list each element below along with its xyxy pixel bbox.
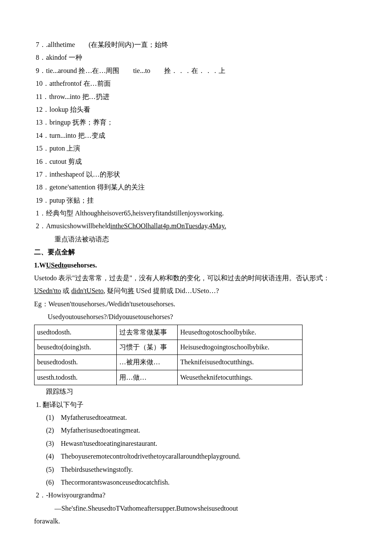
text: Usetodo 表示"过去常常，过去是"，没有人称和数的变化，可以和过去的时间状… <box>34 274 330 282</box>
cell: Heusedtogotoschoolbybike. <box>178 325 303 340</box>
table-row: usedtodosth. 过去常常做某事 Heusedtogotoschoolb… <box>35 325 303 340</box>
list-item: 19．putup 张贴；挂 <box>34 194 362 207</box>
grammar-note: 重点语法被动语态 <box>34 233 362 246</box>
cell: usedtodosth. <box>35 325 117 340</box>
underlined-text: at4p.mOnTuesday,4May. <box>158 222 226 230</box>
cell: usesth.todosth. <box>35 370 117 385</box>
cell: Theknifeisusedtocutthings. <box>178 355 303 370</box>
exercise-item: forawalk. <box>34 515 362 528</box>
text: 2．Amusicshowwillbeheld <box>36 222 110 230</box>
table-row: usesth.todosth. 用…做… Weusetheknifetocutt… <box>35 370 303 385</box>
list-item: 8．akindof 一种 <box>34 51 362 64</box>
exercise-item: (1) Myfatherusedtoeatmeat. <box>34 411 362 424</box>
example: Usedyoutousehorses?/Didyouusetousehorses… <box>34 311 362 323</box>
list-item: 14．turn...into 把…变成 <box>34 129 362 142</box>
sub-heading: 1.WUSedtousehorses. <box>34 259 362 272</box>
exercise-item: —She'sfine.SheusedtoTVathomeaftersupper.… <box>34 502 362 515</box>
list-item: 9．tie...around 拴…在…周围 tie...to 拴．．．在．．．上 <box>34 64 362 77</box>
sentence-item: 1．经典句型 Althoughheisover65,heisveryfitand… <box>34 207 362 220</box>
underlined-text: 将 <box>127 287 134 294</box>
text: 1.W <box>34 262 46 269</box>
underlined-text: intheSChOOlhall <box>110 222 158 230</box>
paragraph: USedn'tto 或 didn'tUSeto, 疑问句将 USed 提前或 D… <box>34 285 362 297</box>
list-item: 16．cutout 剪成 <box>34 155 362 168</box>
text: 或 <box>61 287 71 294</box>
example: Eg：Weusen'ttousehorses./Wedidn'tusetouse… <box>34 298 362 311</box>
exercise-item: (6) Thecormorantswasonceusedtocatchfish. <box>34 476 362 489</box>
list-item: 13．bringup 抚养；养育； <box>34 116 362 129</box>
exercise-item: (2) Myfatherisusedtoeatingmeat. <box>34 424 362 437</box>
list-item: 12．lookup 抬头看 <box>34 103 362 116</box>
usage-table: usedtodosth. 过去常常做某事 Heusedtogotoschoolb… <box>34 325 303 386</box>
sentence-item: 2．AmusicshowwillbeheldintheSChOOlhallat4… <box>34 220 362 232</box>
underlined-text: USedto <box>46 262 67 269</box>
text: usehorses. <box>67 262 97 269</box>
paragraph: Usetodo 表示"过去常常，过去是"，没有人称和数的变化，可以和过去的时间状… <box>34 272 362 285</box>
table-row: beusedto(doing)sth. 习惯于（某）事 Heisusedtogo… <box>35 340 303 355</box>
exercise-item: (4) Theboyuseremotecontroltodrivethetoyc… <box>34 450 362 463</box>
cell: beusedtodosth. <box>35 355 117 370</box>
list-item: 11．throw...into 把…扔进 <box>34 90 362 103</box>
exercise-heading: 1. 翻译以下句子 <box>34 398 362 411</box>
list-item: 10．atthefrontof 在…前面 <box>34 77 362 90</box>
list-item: 7．.allthetime (在某段时间内)一直；始终 <box>34 38 362 51</box>
list-item: 18．getone'sattention 得到某人的关注 <box>34 181 362 194</box>
underlined-text: didn'tUSeto <box>71 287 104 294</box>
cell: Heisusedtogoingtoschoolbybike. <box>178 340 303 355</box>
cell: Weusetheknifetocutthings. <box>178 370 303 385</box>
cell: beusedto(doing)sth. <box>35 340 117 355</box>
cell: 习惯于（某）事 <box>117 340 178 355</box>
text: USed 提前或 Did…USeto…? <box>134 287 219 294</box>
exercise-item: (5) Thebirdsusethewingstofly. <box>34 463 362 476</box>
follow-practice: 跟踪练习 <box>34 385 362 398</box>
cell: 用…做… <box>117 370 178 385</box>
table-row: beusedtodosth. …被用来做… Theknifeisusedtocu… <box>35 355 303 370</box>
text: , 疑问句 <box>104 287 127 294</box>
exercise-item: 2．-Howisyourgrandma? <box>34 489 362 502</box>
exercise-item: (3) Hewasn'tusedtoeatinginarestaurant. <box>34 437 362 450</box>
list-item: 15．puton 上演 <box>34 142 362 155</box>
list-item: 17．intheshapeof 以…的形状 <box>34 168 362 181</box>
section-heading: 二、要点全解 <box>34 246 362 259</box>
cell: …被用来做… <box>117 355 178 370</box>
underlined-text: USedn'tto <box>34 287 61 294</box>
cell: 过去常常做某事 <box>117 325 178 340</box>
